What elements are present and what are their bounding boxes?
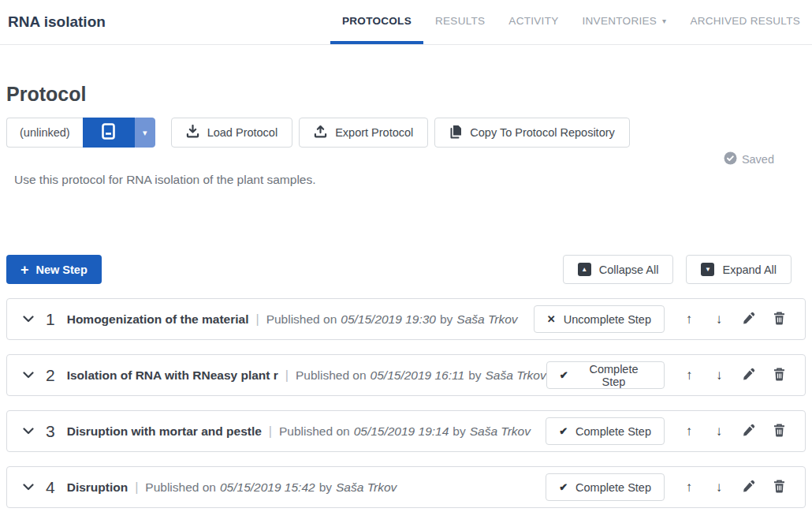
author-name: Saša Trkov (486, 368, 546, 383)
pencil-icon (743, 480, 755, 495)
delete-step-button[interactable] (764, 417, 794, 445)
move-step-down-button[interactable]: ↓ (704, 417, 734, 445)
check-icon: ✔ (560, 369, 568, 381)
saved-status: Saved (742, 153, 774, 166)
complete-step-button[interactable]: ✔ Complete Step (546, 361, 665, 389)
saved-status-row: Saved (6, 152, 774, 166)
x-icon: ✕ (547, 313, 556, 325)
step-meta: Published on 05/15/2019 19:30 by Saša Tr… (266, 312, 518, 327)
step-controls: ✔ Complete Step ↑ ↓ (546, 473, 794, 501)
published-prefix: Published on (296, 368, 367, 383)
move-step-down-button[interactable]: ↓ (704, 361, 734, 389)
author-name: Saša Trkov (336, 480, 397, 495)
edit-step-button[interactable] (734, 305, 764, 333)
chevron-down-icon[interactable] (23, 372, 34, 379)
arrow-down-icon: ↓ (716, 368, 723, 383)
load-protocol-button[interactable]: Load Protocol (171, 118, 292, 148)
published-datetime: 05/15/2019 16:11 (371, 368, 465, 383)
author-name: Saša Trkov (470, 424, 531, 439)
pencil-icon (743, 424, 755, 439)
tab-label: RESULTS (435, 15, 485, 27)
tab-inventories[interactable]: INVENTORIES ▾ (571, 0, 679, 44)
button-label: New Step (36, 263, 88, 276)
move-step-down-button[interactable]: ↓ (704, 473, 734, 501)
separator: | (256, 312, 259, 327)
delete-step-button[interactable] (764, 361, 794, 389)
tab-archived-results[interactable]: ARCHIVED RESULTS (678, 0, 812, 44)
complete-step-button[interactable]: ✔ Complete Step (546, 473, 665, 501)
move-step-up-button[interactable]: ↑ (674, 473, 704, 501)
chevron-down-icon[interactable] (23, 484, 34, 491)
tab-label: INVENTORIES (583, 15, 657, 27)
step-title: Disruption with mortar and pestle (67, 424, 262, 439)
nav-tabs: PROTOCOLS RESULTS ACTIVITY INVENTORIES ▾… (330, 0, 812, 44)
upload-icon (314, 125, 327, 140)
step-controls: ✔ Complete Step ↑ ↓ (546, 361, 794, 389)
arrow-down-icon: ↓ (716, 312, 723, 327)
page-title: RNA isolation (8, 13, 106, 44)
edit-step-button[interactable] (734, 417, 764, 445)
step-row: 1 Homogenization of the material | Publi… (6, 298, 806, 340)
protocol-options-dropdown-button[interactable]: ▾ (135, 118, 155, 148)
expand-all-button[interactable]: ▼ Expand All (686, 255, 792, 284)
by-word: by (440, 312, 453, 327)
arrow-down-icon: ↓ (716, 480, 723, 495)
edit-step-button[interactable] (734, 473, 764, 501)
published-datetime: 05/15/2019 19:30 (341, 312, 436, 327)
check-circle-icon (724, 151, 737, 167)
export-protocol-button[interactable]: Export Protocol (299, 118, 428, 148)
by-word: by (468, 368, 481, 383)
button-label: Load Protocol (207, 126, 277, 139)
button-label: Complete Step (575, 425, 651, 438)
edit-step-button[interactable] (734, 361, 764, 389)
step-number: 2 (46, 366, 55, 385)
arrow-down-icon: ↓ (716, 424, 723, 439)
arrow-up-icon: ↑ (686, 480, 693, 495)
step-meta: Published on 05/15/2019 15:42 by Saša Tr… (145, 480, 397, 495)
tab-protocols[interactable]: PROTOCOLS (330, 0, 423, 44)
trash-icon (773, 424, 785, 439)
move-step-up-button[interactable]: ↑ (674, 361, 704, 389)
chevron-down-icon[interactable] (23, 316, 34, 323)
step-controls: ✕ Uncomplete Step ↑ ↓ (534, 305, 794, 333)
tab-label: ACTIVITY (508, 15, 558, 27)
separator: | (135, 480, 138, 495)
plus-icon: + (20, 263, 29, 277)
step-title: Isolation of RNA with RNeasy plant r (67, 368, 278, 383)
uncomplete-step-button[interactable]: ✕ Uncomplete Step (534, 305, 665, 333)
section-title: Protocol (6, 83, 806, 106)
protocol-description[interactable]: Use this protocol for RNA isolation of t… (14, 173, 806, 187)
author-name: Saša Trkov (456, 312, 517, 327)
button-label: Complete Step (576, 363, 652, 388)
arrow-up-icon: ↑ (686, 312, 693, 327)
published-datetime: 05/15/2019 19:14 (354, 424, 449, 439)
chevron-down-icon[interactable] (23, 428, 34, 435)
complete-step-button[interactable]: ✔ Complete Step (546, 417, 665, 445)
by-word: by (319, 480, 332, 495)
published-prefix: Published on (145, 480, 216, 495)
copy-icon (449, 125, 462, 141)
step-number: 3 (46, 422, 55, 441)
expand-icon: ▼ (701, 263, 714, 276)
move-step-up-button[interactable]: ↑ (674, 305, 704, 333)
check-icon: ✔ (559, 481, 568, 493)
tab-results[interactable]: RESULTS (423, 0, 497, 44)
move-step-down-button[interactable]: ↓ (704, 305, 734, 333)
step-meta: Published on 05/15/2019 16:11 by Saša Tr… (296, 368, 546, 383)
tab-activity[interactable]: ACTIVITY (497, 0, 570, 44)
unlinked-button[interactable]: (unlinked) (6, 118, 83, 148)
new-step-button[interactable]: + New Step (6, 255, 102, 284)
by-word: by (453, 424, 465, 439)
collapse-all-button[interactable]: ▲ Collapse All (563, 255, 674, 284)
step-controls: ✔ Complete Step ↑ ↓ (546, 417, 794, 445)
protocol-link-group: (unlinked) ▾ (6, 118, 155, 148)
arrow-up-icon: ↑ (686, 368, 693, 383)
tab-label: PROTOCOLS (342, 15, 412, 27)
delete-step-button[interactable] (764, 473, 794, 501)
copy-to-repository-button[interactable]: Copy To Protocol Repository (434, 118, 630, 148)
separator: | (285, 368, 289, 383)
delete-step-button[interactable] (764, 305, 794, 333)
protocol-options-button[interactable] (83, 118, 135, 148)
protocol-toolbar: (unlinked) ▾ Load Protocol Export Protoc… (6, 118, 806, 148)
move-step-up-button[interactable]: ↑ (674, 417, 704, 445)
